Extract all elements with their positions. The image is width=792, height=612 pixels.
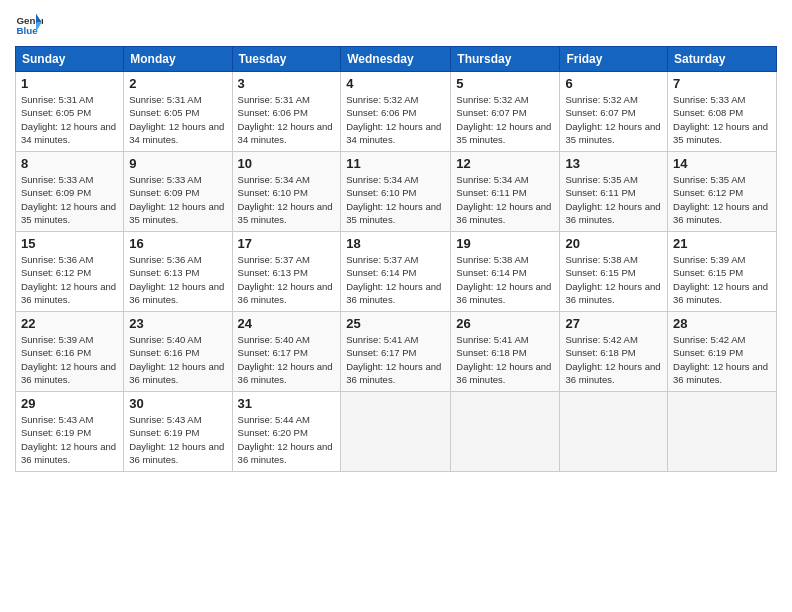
day-number: 23 [129, 316, 226, 331]
day-info: Sunrise: 5:33 AM Sunset: 6:09 PM Dayligh… [21, 173, 118, 226]
day-number: 16 [129, 236, 226, 251]
day-info: Sunrise: 5:33 AM Sunset: 6:08 PM Dayligh… [673, 93, 771, 146]
day-header-thursday: Thursday [451, 47, 560, 72]
day-number: 26 [456, 316, 554, 331]
day-info: Sunrise: 5:43 AM Sunset: 6:19 PM Dayligh… [129, 413, 226, 466]
day-number: 29 [21, 396, 118, 411]
day-number: 31 [238, 396, 336, 411]
day-number: 7 [673, 76, 771, 91]
calendar-cell: 25 Sunrise: 5:41 AM Sunset: 6:17 PM Dayl… [341, 312, 451, 392]
day-info: Sunrise: 5:43 AM Sunset: 6:19 PM Dayligh… [21, 413, 118, 466]
calendar-cell [451, 392, 560, 472]
calendar-cell: 27 Sunrise: 5:42 AM Sunset: 6:18 PM Dayl… [560, 312, 668, 392]
day-info: Sunrise: 5:42 AM Sunset: 6:19 PM Dayligh… [673, 333, 771, 386]
day-info: Sunrise: 5:32 AM Sunset: 6:07 PM Dayligh… [456, 93, 554, 146]
day-number: 14 [673, 156, 771, 171]
day-number: 27 [565, 316, 662, 331]
calendar-cell [668, 392, 777, 472]
day-number: 22 [21, 316, 118, 331]
calendar-cell: 18 Sunrise: 5:37 AM Sunset: 6:14 PM Dayl… [341, 232, 451, 312]
day-header-tuesday: Tuesday [232, 47, 341, 72]
page: General Blue SundayMondayTuesdayWednesda… [0, 0, 792, 612]
day-info: Sunrise: 5:35 AM Sunset: 6:11 PM Dayligh… [565, 173, 662, 226]
calendar-cell: 5 Sunrise: 5:32 AM Sunset: 6:07 PM Dayli… [451, 72, 560, 152]
header: General Blue [15, 10, 777, 38]
calendar-header-row: SundayMondayTuesdayWednesdayThursdayFrid… [16, 47, 777, 72]
calendar-cell: 12 Sunrise: 5:34 AM Sunset: 6:11 PM Dayl… [451, 152, 560, 232]
day-number: 21 [673, 236, 771, 251]
day-info: Sunrise: 5:39 AM Sunset: 6:15 PM Dayligh… [673, 253, 771, 306]
day-number: 5 [456, 76, 554, 91]
day-number: 17 [238, 236, 336, 251]
calendar-cell: 19 Sunrise: 5:38 AM Sunset: 6:14 PM Dayl… [451, 232, 560, 312]
calendar: SundayMondayTuesdayWednesdayThursdayFrid… [15, 46, 777, 472]
calendar-cell: 13 Sunrise: 5:35 AM Sunset: 6:11 PM Dayl… [560, 152, 668, 232]
calendar-cell: 24 Sunrise: 5:40 AM Sunset: 6:17 PM Dayl… [232, 312, 341, 392]
calendar-cell: 21 Sunrise: 5:39 AM Sunset: 6:15 PM Dayl… [668, 232, 777, 312]
day-info: Sunrise: 5:32 AM Sunset: 6:06 PM Dayligh… [346, 93, 445, 146]
day-info: Sunrise: 5:42 AM Sunset: 6:18 PM Dayligh… [565, 333, 662, 386]
day-number: 1 [21, 76, 118, 91]
day-number: 13 [565, 156, 662, 171]
calendar-cell: 26 Sunrise: 5:41 AM Sunset: 6:18 PM Dayl… [451, 312, 560, 392]
day-number: 20 [565, 236, 662, 251]
day-info: Sunrise: 5:37 AM Sunset: 6:14 PM Dayligh… [346, 253, 445, 306]
day-info: Sunrise: 5:37 AM Sunset: 6:13 PM Dayligh… [238, 253, 336, 306]
calendar-cell [341, 392, 451, 472]
day-info: Sunrise: 5:44 AM Sunset: 6:20 PM Dayligh… [238, 413, 336, 466]
calendar-cell: 22 Sunrise: 5:39 AM Sunset: 6:16 PM Dayl… [16, 312, 124, 392]
day-number: 10 [238, 156, 336, 171]
calendar-cell: 23 Sunrise: 5:40 AM Sunset: 6:16 PM Dayl… [124, 312, 232, 392]
day-header-wednesday: Wednesday [341, 47, 451, 72]
day-info: Sunrise: 5:39 AM Sunset: 6:16 PM Dayligh… [21, 333, 118, 386]
day-info: Sunrise: 5:41 AM Sunset: 6:17 PM Dayligh… [346, 333, 445, 386]
day-number: 30 [129, 396, 226, 411]
calendar-cell: 1 Sunrise: 5:31 AM Sunset: 6:05 PM Dayli… [16, 72, 124, 152]
calendar-cell: 3 Sunrise: 5:31 AM Sunset: 6:06 PM Dayli… [232, 72, 341, 152]
logo: General Blue [15, 10, 47, 38]
day-number: 28 [673, 316, 771, 331]
calendar-cell: 31 Sunrise: 5:44 AM Sunset: 6:20 PM Dayl… [232, 392, 341, 472]
calendar-cell: 16 Sunrise: 5:36 AM Sunset: 6:13 PM Dayl… [124, 232, 232, 312]
calendar-cell: 20 Sunrise: 5:38 AM Sunset: 6:15 PM Dayl… [560, 232, 668, 312]
calendar-cell: 17 Sunrise: 5:37 AM Sunset: 6:13 PM Dayl… [232, 232, 341, 312]
calendar-cell: 29 Sunrise: 5:43 AM Sunset: 6:19 PM Dayl… [16, 392, 124, 472]
day-number: 18 [346, 236, 445, 251]
day-info: Sunrise: 5:38 AM Sunset: 6:15 PM Dayligh… [565, 253, 662, 306]
day-info: Sunrise: 5:33 AM Sunset: 6:09 PM Dayligh… [129, 173, 226, 226]
day-number: 6 [565, 76, 662, 91]
day-number: 8 [21, 156, 118, 171]
day-info: Sunrise: 5:31 AM Sunset: 6:06 PM Dayligh… [238, 93, 336, 146]
day-info: Sunrise: 5:31 AM Sunset: 6:05 PM Dayligh… [129, 93, 226, 146]
calendar-week-row: 1 Sunrise: 5:31 AM Sunset: 6:05 PM Dayli… [16, 72, 777, 152]
day-info: Sunrise: 5:35 AM Sunset: 6:12 PM Dayligh… [673, 173, 771, 226]
logo-icon: General Blue [15, 10, 43, 38]
day-info: Sunrise: 5:41 AM Sunset: 6:18 PM Dayligh… [456, 333, 554, 386]
day-number: 15 [21, 236, 118, 251]
day-info: Sunrise: 5:40 AM Sunset: 6:16 PM Dayligh… [129, 333, 226, 386]
calendar-cell: 14 Sunrise: 5:35 AM Sunset: 6:12 PM Dayl… [668, 152, 777, 232]
calendar-cell: 9 Sunrise: 5:33 AM Sunset: 6:09 PM Dayli… [124, 152, 232, 232]
day-number: 9 [129, 156, 226, 171]
calendar-cell: 4 Sunrise: 5:32 AM Sunset: 6:06 PM Dayli… [341, 72, 451, 152]
day-number: 3 [238, 76, 336, 91]
day-number: 2 [129, 76, 226, 91]
calendar-cell: 15 Sunrise: 5:36 AM Sunset: 6:12 PM Dayl… [16, 232, 124, 312]
day-header-sunday: Sunday [16, 47, 124, 72]
calendar-week-row: 29 Sunrise: 5:43 AM Sunset: 6:19 PM Dayl… [16, 392, 777, 472]
day-number: 4 [346, 76, 445, 91]
calendar-cell: 30 Sunrise: 5:43 AM Sunset: 6:19 PM Dayl… [124, 392, 232, 472]
calendar-cell: 6 Sunrise: 5:32 AM Sunset: 6:07 PM Dayli… [560, 72, 668, 152]
calendar-cell [560, 392, 668, 472]
day-info: Sunrise: 5:34 AM Sunset: 6:10 PM Dayligh… [346, 173, 445, 226]
day-info: Sunrise: 5:32 AM Sunset: 6:07 PM Dayligh… [565, 93, 662, 146]
day-header-monday: Monday [124, 47, 232, 72]
calendar-cell: 11 Sunrise: 5:34 AM Sunset: 6:10 PM Dayl… [341, 152, 451, 232]
day-info: Sunrise: 5:31 AM Sunset: 6:05 PM Dayligh… [21, 93, 118, 146]
day-info: Sunrise: 5:34 AM Sunset: 6:11 PM Dayligh… [456, 173, 554, 226]
calendar-cell: 7 Sunrise: 5:33 AM Sunset: 6:08 PM Dayli… [668, 72, 777, 152]
calendar-week-row: 22 Sunrise: 5:39 AM Sunset: 6:16 PM Dayl… [16, 312, 777, 392]
day-header-saturday: Saturday [668, 47, 777, 72]
day-number: 11 [346, 156, 445, 171]
day-number: 12 [456, 156, 554, 171]
